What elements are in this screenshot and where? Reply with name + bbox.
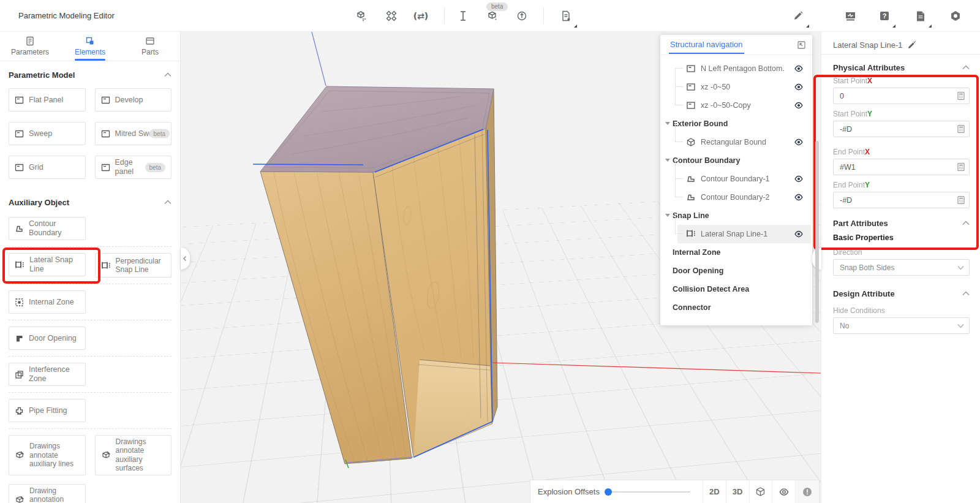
tree-item-lateral-snap-line-1[interactable]: Lateral Snap Line-1 [660,225,812,243]
section-title: Design Attribute [833,289,895,298]
document-export-icon[interactable] [557,7,575,25]
drawings-annotate-surfaces-button[interactable]: Drawings annotate auxiliary surfaces [95,435,172,475]
start-point-y-input[interactable]: -#D [833,121,970,137]
view-3d-button[interactable]: 3D [726,480,750,503]
lateral-snap-line-button[interactable]: Lateral Snap Line [9,253,86,276]
visibility-eye-icon[interactable] [794,100,804,110]
grid-button[interactable]: Grid [9,156,86,179]
section-parametric-model[interactable]: Parametric Model [9,61,172,88]
tree-header-connector[interactable]: Connector [660,298,812,317]
visibility-eye-icon[interactable] [794,174,804,184]
chevron-up-icon[interactable] [962,65,970,70]
view-2d-button[interactable]: 2D [703,480,726,503]
nut-settings-icon[interactable] [947,7,964,25]
section-physical-attributes[interactable]: Physical Attributes [833,58,970,77]
slider-knob[interactable] [605,488,612,496]
develop-button[interactable]: Develop [95,88,172,112]
assembly-pattern-icon[interactable] [383,7,400,25]
start-point-x-input[interactable]: 0 [833,88,970,104]
tree-item-rectangular-bound[interactable]: Rectangular Bound [660,133,812,151]
tree-item-n-left-pentagon-bottom[interactable]: N Left Pentagon Bottom... [660,59,812,78]
field-label: Start PointX [833,77,970,85]
swap-arrows-icon[interactable]: (⇄) [412,7,429,25]
explosion-offsets-slider[interactable] [606,491,690,493]
tree-line [675,197,683,197]
shaded-view-button[interactable] [750,480,773,503]
tree-item-xz-0-50[interactable]: xz -0~50 [660,78,812,96]
visibility-eye-icon[interactable] [794,229,804,239]
interference-zone-button[interactable]: Interference Zone [9,363,86,386]
internal-zone-button[interactable]: Internal Zone [9,290,86,314]
section-auxiliary-object[interactable]: Auxiliary Object [9,189,172,216]
tree-item-label: Lateral Snap Line-1 [701,230,767,238]
tree-header-collision-detect-area[interactable]: Collision Detect Area [660,280,812,298]
visibility-eye-icon[interactable] [794,137,804,147]
sweep-button[interactable]: Sweep [9,122,86,145]
annotate-cube-icon [101,450,111,460]
door-opening-button[interactable]: Door Opening [9,327,86,350]
field-value: -#D [840,196,852,205]
mitred-sweep-button[interactable]: Mitred Swee beta [95,122,172,145]
visibility-eye-icon[interactable] [794,82,804,92]
drawing-annotation-solids-button[interactable]: Drawing annotation auxiliary solids [9,484,86,503]
edit-pencil-icon[interactable] [907,40,916,50]
contour-boundary-button[interactable]: Contour Boundary [9,217,86,240]
field-end-point-x: End PointX #W1 [833,148,970,175]
direction-select[interactable]: Snap Both Sides [833,259,970,276]
tree-line [675,68,683,69]
ruler-icon[interactable] [454,7,472,25]
chevron-up-icon[interactable] [962,221,970,225]
properties-panel: Lateral Snap Line-1 Physical Attributes … [821,32,980,503]
visibility-eye-icon[interactable] [794,64,804,74]
tree-item-contour-boundary-1[interactable]: Contour Boundary-1 [660,170,812,188]
chevron-up-icon[interactable] [164,200,172,205]
perpendicular-snap-line-button[interactable]: Perpendicular Snap Line [95,253,172,278]
pipe-fitting-button[interactable]: Pipe Fitting [9,399,86,422]
chevron-up-icon[interactable] [962,291,970,296]
formula-calculator-icon[interactable] [957,162,965,172]
bound-box-icon [686,137,696,147]
formula-calculator-icon[interactable] [957,195,965,205]
chevron-up-icon[interactable] [164,72,172,77]
help-icon[interactable]: ? [876,7,893,25]
formula-calculator-icon[interactable] [957,91,965,100]
tree-header-internal-zone[interactable]: Internal Zone [660,243,812,262]
visibility-button[interactable] [772,480,796,503]
end-point-y-input[interactable]: -#D [833,192,970,208]
tab-parameters[interactable]: Parameters [0,32,60,61]
tab-elements[interactable]: Elements [60,32,120,61]
pencil-icon[interactable] [790,7,807,25]
flat-panel-button[interactable]: Flat Panel [9,88,86,112]
drawings-annotate-lines-button[interactable]: Drawings annotate auxiliary lines [9,435,86,475]
end-point-x-input[interactable]: #W1 [833,159,970,175]
monitor-activity-icon[interactable] [842,7,859,25]
structural-navigation-tab[interactable]: Structural navigation [669,36,744,54]
tree-group-exterior-bound[interactable]: Exterior Bound [660,115,812,133]
scrollbar-thumb[interactable] [815,141,819,323]
tree-line [675,160,676,178]
hide-conditions-select[interactable]: No [833,317,970,334]
tree-item-xz-0-50-copy[interactable]: xz -0~50-Copy [660,96,812,115]
tree-group-snap-line[interactable]: Snap Line [660,206,812,225]
dropdown-corner [574,25,577,28]
warning-button[interactable] [796,480,819,503]
view-3d-label: 3D [733,487,743,496]
visibility-eye-icon[interactable] [794,192,804,202]
tab-label: Parts [141,48,159,56]
section-design-attribute[interactable]: Design Attribute [833,284,970,303]
app-title: Parametric Modeling Editor [18,11,115,20]
section-part-attributes[interactable]: Part Attributes [833,214,970,232]
tree-header-door-opening[interactable]: Door Opening [660,262,812,280]
document-icon[interactable] [912,7,929,25]
popout-icon[interactable] [797,40,806,50]
viewport-bottom-bar: Explosion Offsets 2D 3D [530,480,820,503]
tab-parts[interactable]: Parts [120,32,180,61]
explosion-offsets-label: Explosion Offsets [538,487,600,496]
tree-group-contour-boundary[interactable]: Contour Boundary [660,151,812,170]
model-cube-icon[interactable] [353,7,370,25]
tree-item-contour-boundary-2[interactable]: Contour Boundary-2 [660,188,812,206]
sync-icon[interactable] [513,7,530,25]
formula-calculator-icon[interactable] [957,124,965,134]
panel-icon [15,163,24,172]
edge-panel-button[interactable]: Edge panel beta [95,156,172,179]
